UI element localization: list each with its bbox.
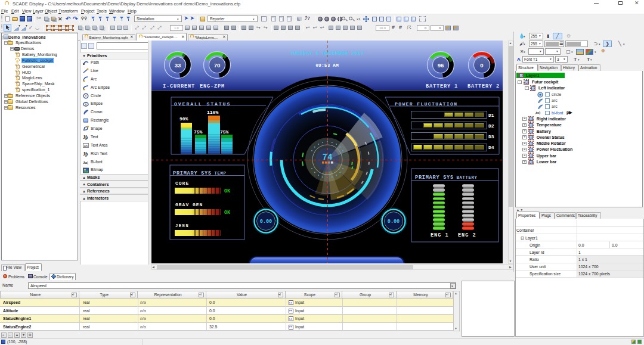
svg-text:0.00: 0.00	[388, 219, 400, 225]
svg-text:96: 96	[438, 62, 444, 69]
svg-text:Ja|: Ja|	[83, 160, 88, 164]
svg-text:ab: ab	[84, 144, 88, 147]
svg-text:Jƥ: Jƥ	[83, 151, 88, 157]
svg-text:Jƥ: Jƥ	[83, 135, 88, 140]
svg-text:0.00: 0.00	[260, 219, 272, 225]
svg-text:0: 0	[480, 62, 483, 69]
svg-text:33: 33	[175, 62, 181, 69]
svg-text:70: 70	[214, 62, 221, 69]
